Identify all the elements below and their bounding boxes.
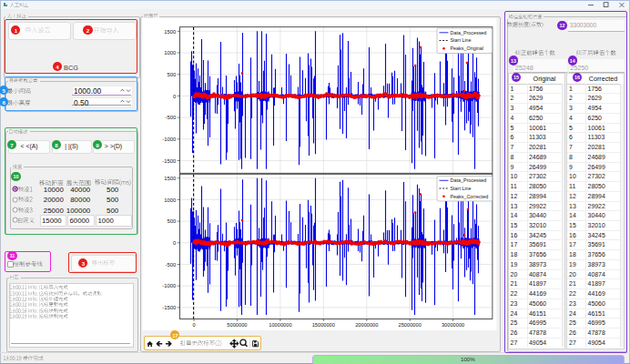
svg-text:Peaks_Corrected: Peaks_Corrected [451, 194, 489, 199]
svg-text:1500: 1500 [164, 176, 177, 181]
svg-text:500: 500 [168, 218, 178, 224]
svg-text:30000000: 30000000 [442, 322, 464, 328]
svg-text:Peaks_Original: Peaks_Original [451, 46, 484, 51]
svg-text:Data_Processed: Data_Processed [451, 177, 487, 183]
svg-text:-1500: -1500 [162, 158, 177, 164]
svg-text:1000: 1000 [164, 50, 177, 56]
svg-text:0: 0 [192, 322, 195, 328]
svg-text:500: 500 [168, 72, 178, 77]
svg-text:Data_Processed: Data_Processed [451, 30, 487, 35]
svg-text:Start Line: Start Line [451, 37, 472, 43]
svg-text:15000000: 15000000 [312, 322, 335, 328]
svg-text:1500: 1500 [164, 29, 177, 35]
svg-text:5000000: 5000000 [227, 322, 247, 328]
svg-text:25000000: 25000000 [399, 322, 422, 328]
svg-text:-1500: -1500 [162, 305, 177, 310]
svg-text:1000: 1000 [164, 197, 177, 203]
svg-text:-500: -500 [166, 262, 178, 268]
svg-text:-500: -500 [166, 115, 178, 120]
svg-text:Start Line: Start Line [451, 186, 472, 191]
svg-text:20000000: 20000000 [355, 322, 378, 328]
svg-text:-1000: -1000 [162, 283, 177, 288]
svg-text:10000000: 10000000 [269, 322, 291, 328]
svg-text:-1000: -1000 [162, 136, 177, 142]
